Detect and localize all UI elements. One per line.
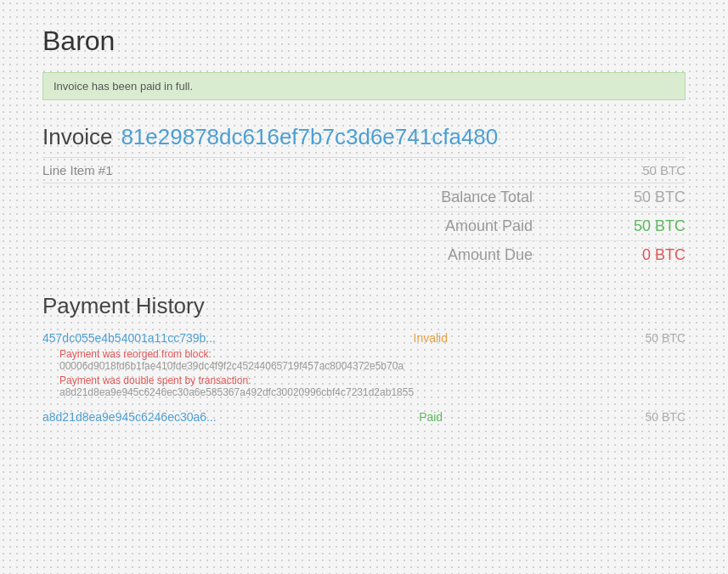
payment-note: Payment was reorged from block:	[42, 348, 686, 360]
payment-status: Paid	[419, 410, 443, 424]
app-title: Baron	[42, 25, 686, 57]
payment-note: Payment was double spent by transaction:	[42, 374, 686, 386]
balance-total-row: Balance Total 50 BTC	[42, 183, 686, 212]
payment-note: a8d21d8ea9e945c6246ec30a6e585367a492dfc3…	[42, 386, 686, 398]
amount-due-row: Amount Due 0 BTC	[42, 241, 686, 269]
paid-banner-text: Invoice has been paid in full.	[54, 80, 193, 93]
payment-tx-id: a8d21d8ea9e945c6246ec30a6...	[42, 410, 217, 424]
payment-history-section: Payment History 457dc055e4b54001a11cc739…	[42, 293, 686, 424]
invoice-id: 81e29878dc616ef7b7c3d6e741cfa480	[121, 124, 498, 150]
payment-main-row: 457dc055e4b54001a11cc739b...Invalid50 BT…	[42, 331, 686, 345]
invoice-label: Invoice	[42, 124, 112, 150]
amount-due-label: Amount Due	[397, 246, 533, 264]
balance-total-label: Balance Total	[397, 189, 533, 206]
line-item-value: 50 BTC	[642, 163, 686, 177]
invoice-header: Invoice 81e29878dc616ef7b7c3d6e741cfa480	[42, 124, 686, 150]
payment-entry: a8d21d8ea9e945c6246ec30a6...Paid50 BTC	[42, 410, 686, 424]
line-item-label: Line Item #1	[42, 163, 113, 177]
page-container: Baron Invoice has been paid in full. Inv…	[0, 0, 728, 574]
payment-main-row: a8d21d8ea9e945c6246ec30a6...Paid50 BTC	[42, 410, 686, 424]
paid-banner: Invoice has been paid in full.	[42, 72, 686, 100]
amount-due-value: 0 BTC	[601, 246, 686, 264]
payment-history-title: Payment History	[42, 293, 686, 319]
amount-paid-row: Amount Paid 50 BTC	[42, 212, 686, 241]
payment-status: Invalid	[414, 331, 448, 345]
amount-paid-label: Amount Paid	[397, 217, 533, 235]
payment-amount: 50 BTC	[646, 331, 686, 345]
payment-note: 00006d9018fd6b1fae410fde39dc4f9f2c452440…	[42, 360, 686, 372]
payment-tx-id: 457dc055e4b54001a11cc739b...	[42, 331, 216, 345]
payment-entries: 457dc055e4b54001a11cc739b...Invalid50 BT…	[42, 331, 686, 424]
payment-amount: 50 BTC	[646, 410, 686, 424]
payment-entry: 457dc055e4b54001a11cc739b...Invalid50 BT…	[42, 331, 686, 398]
line-item-row: Line Item #1 50 BTC	[42, 157, 686, 183]
balance-total-value: 50 BTC	[601, 189, 686, 206]
totals-section: Balance Total 50 BTC Amount Paid 50 BTC …	[42, 183, 686, 269]
invoice-section: Invoice 81e29878dc616ef7b7c3d6e741cfa480…	[42, 124, 686, 269]
amount-paid-value: 50 BTC	[601, 217, 686, 235]
